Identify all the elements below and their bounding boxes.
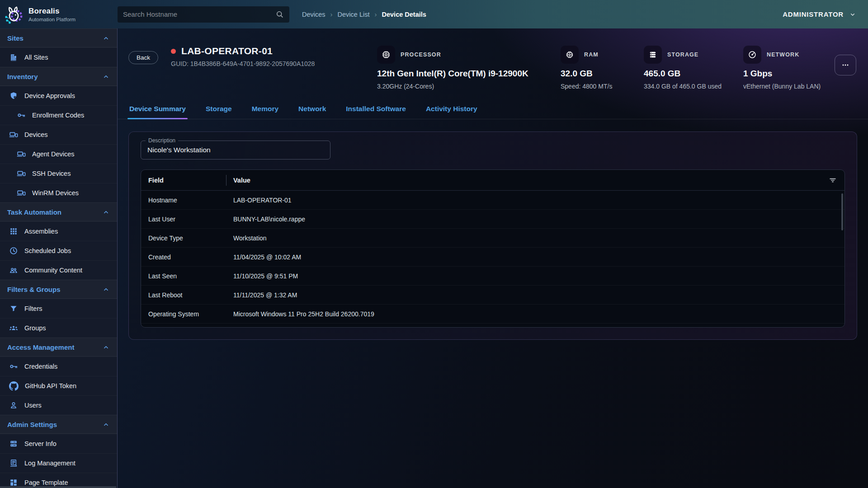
shield-icon — [9, 91, 18, 100]
search-input[interactable] — [123, 10, 275, 18]
github-icon — [9, 381, 19, 391]
filter-icon[interactable] — [828, 176, 837, 185]
sidebar-item-ssh-devices[interactable]: SSH Devices — [0, 164, 117, 183]
sidebar-section-task-automation[interactable]: Task Automation — [0, 202, 117, 221]
sidebar-item-label: SSH Devices — [32, 170, 71, 177]
app-root: Borealis Automation Platform Devices›Dev… — [0, 0, 868, 488]
stat-value: 1 Gbps — [743, 69, 832, 79]
sidebar-item-server-info[interactable]: Server Info — [0, 434, 117, 453]
row-field: Device Type — [148, 235, 226, 242]
stat-sub: 3.20GHz (24-Cores) — [377, 83, 545, 90]
sidebar-item-devices[interactable]: Devices — [0, 125, 117, 144]
sidebar-scrollbar[interactable] — [0, 486, 116, 488]
sidebar-item-all-sites[interactable]: All Sites — [0, 47, 117, 67]
sidebar-section-filters-groups[interactable]: Filters & Groups — [0, 280, 117, 299]
row-value: BUNNY-LAB\nicole.rappe — [226, 216, 837, 223]
tab-installed-software[interactable]: Installed Software — [345, 101, 407, 119]
sidebar-section-admin-settings[interactable]: Admin Settings — [0, 415, 117, 434]
page-title: LAB-OPERATOR-01 — [181, 46, 273, 56]
row-field: Last Reboot — [148, 291, 226, 299]
table-header: Field Value — [141, 170, 844, 191]
sidebar-section-label: Sites — [7, 34, 24, 42]
sidebar-item-label: Agent Devices — [32, 150, 75, 158]
devices-icon — [17, 188, 26, 197]
devices-icon — [17, 169, 26, 178]
sidebar-item-device-approvals[interactable]: Device Approvals — [0, 86, 117, 105]
tab-storage[interactable]: Storage — [205, 101, 233, 119]
table-scrollbar[interactable] — [841, 193, 843, 230]
table-row-operating-system: Operating SystemMicrosoft Windows 11 Pro… — [141, 305, 844, 324]
sidebar-item-label: Community Content — [24, 267, 82, 274]
back-button[interactable]: Back — [128, 51, 158, 64]
grid-icon — [9, 227, 18, 236]
breadcrumb-item-devices[interactable]: Devices — [302, 11, 326, 18]
row-field: Operating System — [148, 310, 226, 318]
gauge-icon — [748, 50, 757, 59]
row-value: 11/04/2025 @ 10:02 AM — [226, 253, 837, 261]
breadcrumb-item-device-details[interactable]: Device Details — [382, 11, 426, 18]
stat-tile — [644, 46, 662, 64]
sidebar-item-enrollment-codes[interactable]: Enrollment Codes — [0, 105, 117, 125]
more-actions-button[interactable] — [835, 55, 856, 75]
stat-tile — [377, 46, 395, 64]
person-icon — [9, 401, 18, 410]
server-icon — [9, 439, 18, 448]
people-icon — [9, 266, 18, 275]
row-field: Last User — [148, 216, 226, 223]
stat-sub: vEthernet (Bunny Lab LAN) — [743, 83, 832, 90]
chevron-up-icon — [102, 73, 110, 80]
brand-name: Borealis — [28, 7, 75, 16]
main-content: Back LAB-OPERATOR-01 GUID: 1B4B386B-649A… — [118, 28, 868, 488]
tab-memory[interactable]: Memory — [251, 101, 279, 119]
shell: SitesAll SitesInventoryDevice ApprovalsE… — [0, 28, 868, 488]
sidebar-item-filters[interactable]: Filters — [0, 299, 117, 318]
topbar: Borealis Automation Platform Devices›Dev… — [0, 0, 868, 28]
table-row-device-type: Device TypeWorkstation — [141, 229, 844, 248]
user-menu[interactable]: ADMINISTRATOR — [783, 10, 856, 18]
sidebar-item-log-management[interactable]: Log Management — [0, 453, 117, 473]
tab-network[interactable]: Network — [297, 101, 327, 119]
sidebar-item-credentials[interactable]: Credentials — [0, 357, 117, 376]
sidebar-section-sites[interactable]: Sites — [0, 28, 117, 47]
description-field[interactable]: Description — [141, 141, 330, 160]
sidebar-item-agent-devices[interactable]: Agent Devices — [0, 144, 117, 164]
tab-device-summary[interactable]: Device Summary — [128, 101, 187, 119]
column-header-field: Field — [148, 177, 226, 184]
sidebar-item-label: Page Template — [24, 479, 68, 486]
sidebar-item-scheduled-jobs[interactable]: Scheduled Jobs — [0, 241, 117, 260]
sidebar-section-access-management[interactable]: Access Management — [0, 338, 117, 357]
template-icon — [9, 478, 18, 487]
clock-icon — [9, 246, 18, 255]
sidebar-item-label: Assemblies — [24, 228, 58, 235]
tab-activity-history[interactable]: Activity History — [425, 101, 478, 119]
sidebar-item-label: All Sites — [24, 54, 48, 61]
sidebar-item-github-api-token[interactable]: GitHub API Token — [0, 376, 117, 395]
description-input[interactable] — [147, 146, 324, 154]
chevron-up-icon — [102, 343, 110, 351]
sidebar-item-label: Filters — [24, 305, 42, 312]
ellipsis-icon — [841, 61, 850, 70]
row-field: Last Seen — [148, 272, 226, 280]
stat-network: NETWORK1 GbpsvEthernet (Bunny Lab LAN) — [743, 46, 832, 90]
sidebar-item-page-template[interactable]: Page Template — [0, 473, 117, 488]
row-field: Created — [148, 253, 226, 261]
sidebar-item-users[interactable]: Users — [0, 395, 117, 415]
breadcrumb-separator: › — [375, 10, 377, 18]
sidebar-item-assemblies[interactable]: Assemblies — [0, 221, 117, 241]
sidebar-item-groups[interactable]: Groups — [0, 318, 117, 338]
sidebar-section-inventory[interactable]: Inventory — [0, 67, 117, 86]
stat-label: PROCESSOR — [401, 52, 441, 58]
tab-bar: Device SummaryStorageMemoryNetworkInstal… — [118, 101, 868, 119]
sidebar-item-winrm-devices[interactable]: WinRM Devices — [0, 183, 117, 202]
building-icon — [9, 53, 18, 62]
search-box[interactable] — [118, 6, 289, 23]
user-menu-label: ADMINISTRATOR — [783, 10, 844, 18]
sidebar-item-label: Device Approvals — [24, 92, 75, 99]
sidebar-item-community-content[interactable]: Community Content — [0, 260, 117, 280]
breadcrumb-item-device-list[interactable]: Device List — [338, 11, 370, 18]
stat-sub: Speed: 4800 MT/s — [561, 83, 628, 90]
breadcrumb-separator: › — [330, 10, 333, 18]
row-value: LAB-OPERATOR-01 — [226, 197, 837, 204]
stat-ram: RAM32.0 GBSpeed: 4800 MT/s — [561, 46, 628, 90]
sidebar-item-label: WinRM Devices — [32, 189, 79, 197]
